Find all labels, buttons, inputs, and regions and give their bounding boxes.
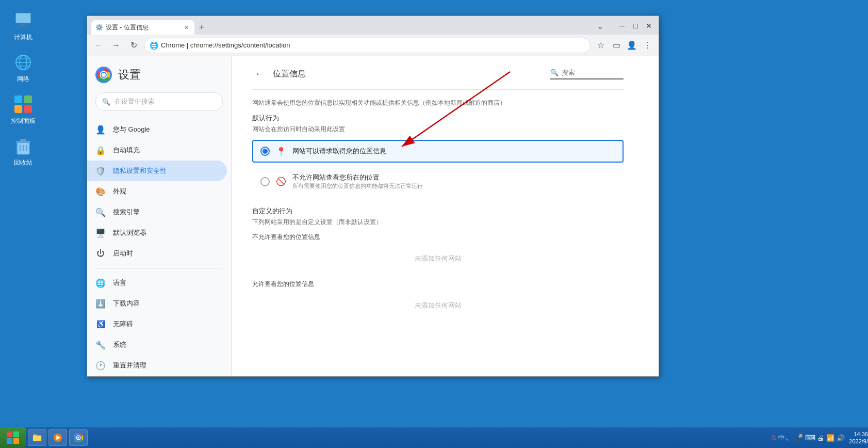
taskbar: S 中·。 🎤 ⌨ 🖨 📶 🔊 14:36 2022/9/ [0,427,868,448]
chrome-logo [95,67,112,83]
default-behavior-sublabel: 网站会在您访问时自动采用此设置 [252,125,624,134]
page-search-area[interactable]: 🔍 [550,69,624,79]
deny-location-option[interactable]: 🚫 不允许网站查看您所在的位置 所有需要使用您的位置信息的功能都将无法正常运行 [252,167,624,196]
svg-point-22 [102,73,106,77]
location-page: ← 位置信息 🔍 网站通常会使用您的位置信息以实现相关功能或提供相关信息（例如本… [232,56,644,337]
sidebar-label-appearance: 外观 [113,187,126,196]
taskbar-clock: 14:36 2022/9/ [849,430,868,445]
svg-rect-1 [16,13,30,23]
deny-empty-placeholder: 未添加任何网站 [252,246,624,271]
forward-button[interactable]: → [109,38,123,53]
volume-icon: 🔊 [837,434,845,442]
recycle-label: 回收站 [14,158,32,167]
accessibility-icon: ♿ [95,319,106,329]
recycle-icon [13,136,34,156]
profile-button[interactable]: 👤 [625,38,639,53]
desktop-icon-computer[interactable]: 计算机 [5,10,41,42]
settings-search-box[interactable]: 🔍 在设置中搜索 [95,92,223,111]
start-button[interactable] [0,427,26,448]
svg-rect-11 [14,105,22,113]
network-tray-icon: 📶 [826,434,834,442]
allow-radio-button[interactable] [260,147,270,156]
location-pin-icon: 📍 [276,146,286,156]
sidebar-item-appearance[interactable]: 🎨 外观 [87,181,227,202]
close-button[interactable]: ✕ [643,20,654,31]
sidebar-label-download: 下载内容 [113,299,140,308]
desktop-icon-recycle[interactable]: 回收站 [5,136,41,167]
back-button[interactable]: ← [91,38,106,53]
allow-location-option[interactable]: 📍 网站可以请求取得您的位置信息 [252,140,624,163]
deny-subsection-label: 不允许查看您的位置信息 [252,233,624,242]
taskbar-folder[interactable] [28,429,46,446]
search-icon: 🔍 [102,98,110,106]
allow-custom-section: 允许查看您的位置信息 未添加任何网站 [252,280,624,318]
sidebar-item-google[interactable]: 👤 您与 Google [87,119,227,140]
shield-icon: 🛡️ [95,166,106,176]
sidebar-item-search[interactable]: 🔍 搜索引擎 [87,202,227,222]
sidebar-item-accessibility[interactable]: ♿ 无障碍 [87,314,227,334]
split-view-button[interactable]: ▭ [609,38,624,53]
svg-rect-25 [7,431,12,437]
location-page-title: 位置信息 [273,69,544,79]
computer-icon [13,10,34,31]
address-bar: ← → ↻ 🌐 Chrome | chrome://settings/conte… [87,35,659,56]
location-back-button[interactable]: ← [252,67,267,81]
desktop-icon-controlpanel[interactable]: 控制面板 [5,94,41,125]
deny-location-subtext: 所有需要使用您的位置信息的功能都将无法正常运行 [292,182,423,190]
window-controls: ─ □ ✕ [616,20,654,31]
network-icon [13,52,34,73]
toolbar-actions: ☆ ▭ 👤 ⋮ [594,38,654,53]
sidebar-item-browser[interactable]: 🖥️ 默认浏览器 [87,222,227,243]
globe-icon: 🌐 [95,278,106,288]
bookmark-star-button[interactable]: ☆ [594,38,608,53]
reload-button[interactable]: ↻ [126,38,141,53]
sidebar-label-browser: 默认浏览器 [113,228,146,237]
deny-custom-section: 不允许查看您的位置信息 未添加任何网站 [252,233,624,271]
title-bar: ⚙️ 设置 - 位置信息 ✕ + ⌄ ─ □ ✕ [87,16,659,35]
computer-label: 计算机 [14,33,32,42]
taskbar-tray: S 中·。 🎤 ⌨ 🖨 📶 🔊 [767,434,849,442]
svg-rect-3 [18,26,28,27]
media-icon [53,433,62,442]
reset-icon: 🕐 [95,360,106,371]
sidebar-label-startup: 启动时 [113,249,133,258]
page-search-icon: 🔍 [550,69,559,76]
sidebar-item-autofill[interactable]: 🔒 自动填充 [87,140,227,161]
clock-time: 14:36 [849,430,868,438]
clock-date: 2022/9/ [849,438,868,445]
tray-keyboard-icon: ⌨ [805,434,815,442]
chrome-taskbar-icon [74,433,83,442]
tab-close-button[interactable]: ✕ [182,23,190,31]
svg-rect-26 [13,431,19,437]
sidebar-item-reset[interactable]: 🕐 重置并清理 [87,355,227,376]
settings-header: 设置 [87,56,231,88]
url-bar[interactable]: 🌐 Chrome | chrome://settings/content/loc… [144,38,591,53]
sidebar-label-autofill: 自动填充 [113,146,140,155]
sidebar-item-system[interactable]: 🔧 系统 [87,334,227,355]
sidebar-item-language[interactable]: 🌐 语言 [87,273,227,293]
page-search-input[interactable] [562,69,624,76]
default-behavior-label: 默认行为 [252,114,624,123]
location-description: 网站通常会使用您的位置信息以实现相关功能或提供相关信息（例如本地新闻或附近的商店… [252,98,624,107]
sidebar-item-startup[interactable]: ⏻ 启动时 [87,243,227,264]
deny-radio-button[interactable] [260,177,270,186]
sidebar-item-privacy[interactable]: 🛡️ 隐私设置和安全性 [87,161,227,181]
minimize-button[interactable]: ─ [616,20,628,31]
custom-behavior-sublabel: 下列网站采用的是自定义设置（而非默认设置） [252,218,624,227]
svg-rect-27 [7,438,12,444]
new-tab-button[interactable]: + [194,20,209,35]
active-tab[interactable]: ⚙️ 设置 - 位置信息 ✕ [91,20,194,35]
maximize-button[interactable]: □ [630,20,641,31]
sidebar-label-accessibility: 无障碍 [113,319,133,329]
chrome-content: 设置 🔍 在设置中搜索 👤 您与 Google 🔒 自动填充 [87,56,659,376]
windows-logo-icon [6,430,20,445]
taskbar-chrome[interactable] [69,429,88,446]
sidebar-item-download[interactable]: ⬇️ 下载内容 [87,293,227,314]
deny-location-text: 不允许网站查看您所在的位置 [292,173,423,182]
controlpanel-label: 控制面板 [11,117,36,125]
allow-empty-placeholder: 未添加任何网站 [252,293,624,318]
menu-button[interactable]: ⋮ [640,38,654,53]
desktop-icon-network[interactable]: 网络 [5,52,41,84]
tab-dropdown-button[interactable]: ⌄ [593,20,607,31]
taskbar-media[interactable] [48,429,67,446]
